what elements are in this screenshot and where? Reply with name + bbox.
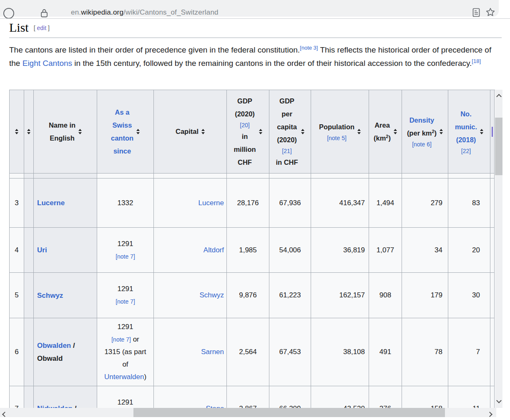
density-header-link[interactable]: Density	[410, 114, 435, 127]
clipped-row-cell	[490, 174, 495, 179]
since-line: 1315 (as part	[104, 346, 146, 358]
sort-icon	[78, 129, 82, 134]
header-density[interactable]: Density (per km2) [note 6]	[402, 90, 448, 174]
canton-since-cell: 1291[note 7] (as	[97, 386, 154, 408]
canton-name-cell: Uri	[34, 228, 97, 273]
munic-header-link[interactable]: No.munic.(2018)	[455, 108, 477, 146]
url-bar[interactable]: en.wikipedia.org/wiki/Cantons_of_Switzer…	[71, 8, 219, 17]
header-gdp-per-capita[interactable]: GDP per capita (2020) [21] in CHF	[269, 90, 311, 174]
canton-name-cell: Obwalden / Obwald	[34, 318, 97, 386]
edit-link[interactable]: edit	[37, 25, 46, 31]
header-swiss-canton-since[interactable]: As aSwisscantonsince	[97, 90, 154, 174]
wiki-link[interactable]: Altdorf	[203, 246, 224, 254]
next-column-sliver	[490, 318, 495, 386]
ref-20-link[interactable]: [20]	[240, 122, 249, 128]
tracking-shield-icon[interactable]	[3, 8, 14, 19]
table-vertical-scrollbar[interactable]	[495, 90, 502, 408]
gdp-per-capita-cell: 66,209	[269, 386, 311, 408]
cell-text: 1332	[118, 199, 133, 207]
vertical-scrollbar-thumb[interactable]	[495, 118, 502, 175]
row-number-cell: 6	[10, 318, 24, 386]
wiki-link[interactable]: Obwalden	[37, 342, 71, 350]
wiki-link[interactable]: Sarnen	[201, 348, 224, 356]
horizontal-scrollbar-thumb[interactable]	[133, 408, 445, 417]
since-line: [note 7]	[116, 295, 135, 308]
header-gdp[interactable]: GDP (2020) [20] in million CHF	[227, 90, 269, 174]
header-coat-of-arms[interactable]	[24, 90, 34, 174]
wiki-link[interactable]: Uri	[37, 246, 47, 254]
row-number-cell: 3	[10, 179, 24, 228]
ref-18-link[interactable]: [18]	[472, 58, 481, 64]
reference-link[interactable]: [note 7]	[116, 253, 135, 260]
browser-window: en.wikipedia.org/wiki/Cantons_of_Switzer…	[0, 0, 510, 420]
reference-link[interactable]: [note 7]	[116, 298, 135, 305]
header-area[interactable]: Area (km2)	[369, 90, 402, 174]
header-capital[interactable]: Capital	[154, 90, 227, 174]
canton-since-cell: 1332	[97, 179, 154, 228]
reader-mode-icon[interactable]	[472, 8, 480, 19]
population-cell: 36,819	[311, 228, 369, 273]
clipped-row-cell	[402, 174, 448, 179]
header-no-munic[interactable]: No.munic.(2018) [22]	[448, 90, 490, 174]
canton-name-cell: Schwyz	[34, 273, 97, 318]
scroll-right-arrow[interactable]	[488, 410, 492, 418]
gdp-cell: 28,176	[227, 179, 269, 228]
sort-icon	[301, 129, 304, 134]
note5-ref-link[interactable]: [note 5]	[327, 135, 347, 141]
url-path: /wiki/Cantons_of_Switzerland	[123, 8, 219, 16]
canton-name: Lucerne	[37, 196, 65, 209]
header-population[interactable]: Population [note 5]	[311, 90, 369, 174]
density-cell: 158	[402, 386, 448, 408]
bookmark-star-icon[interactable]	[485, 7, 495, 19]
url-domain: wikipedia.org	[81, 8, 123, 16]
note6-ref-link[interactable]: [note 6]	[412, 141, 432, 148]
wiki-link[interactable]: Schwyz	[199, 291, 224, 299]
clipped-link-fragment	[492, 127, 493, 137]
since-line: [note 7] or	[111, 333, 139, 346]
gdp-cell: 9,876	[227, 273, 269, 318]
eight-cantons-link[interactable]: Eight Cantons	[23, 59, 72, 68]
scroll-left-arrow[interactable]	[3, 410, 7, 418]
row-number-cell: 7	[10, 386, 24, 408]
canton-since-cell: 1291[note 7]	[97, 273, 154, 318]
header-row-number[interactable]	[10, 90, 24, 174]
density-cell: 34	[402, 228, 448, 273]
cell-text: )	[144, 373, 146, 381]
wiki-link[interactable]: Lucerne	[198, 199, 224, 207]
wiki-link[interactable]: Unterwalden	[104, 373, 144, 381]
canton-since-cell: 1291[note 7] or1315 (as partofUnterwalde…	[97, 318, 154, 386]
coat-of-arms-cell	[24, 228, 34, 273]
canton-name-cell: Nidwalden /	[34, 386, 97, 408]
intro-text: in the 15th century, followed by the rem…	[72, 59, 472, 68]
sort-icon	[480, 129, 483, 134]
gdp-per-capita-cell: 54,006	[269, 228, 311, 273]
capital-cell: Schwyz	[154, 273, 227, 318]
gdp-per-capita-cell: 61,223	[269, 273, 311, 318]
capital-cell: Altdorf	[154, 228, 227, 273]
scroll-up-arrow[interactable]	[497, 93, 501, 100]
wiki-link[interactable]: Lucerne	[37, 199, 65, 207]
next-column-sliver	[490, 228, 495, 273]
note3-ref-link[interactable]: [note 3]	[300, 45, 318, 51]
lock-icon[interactable]	[40, 8, 48, 20]
gdp-cell: 1,985	[227, 228, 269, 273]
cell-text: 1291	[118, 323, 133, 331]
horizontal-scrollbar[interactable]	[0, 408, 496, 417]
ref-21-link[interactable]: [21]	[282, 148, 291, 154]
canton-name: Nidwalden /	[37, 402, 76, 408]
reference-link[interactable]: [note 7]	[111, 336, 131, 343]
area-cell: 908	[369, 273, 402, 318]
capital-cell: Lucerne	[154, 179, 227, 228]
canton-name-cell: Lucerne	[34, 179, 97, 228]
since-header-link[interactable]: As aSwisscantonsince	[111, 106, 133, 158]
clipped-row-cell	[227, 174, 269, 179]
coat-of-arms-cell	[24, 318, 34, 386]
sort-icon	[201, 129, 205, 134]
cell-text: 1291	[118, 285, 133, 293]
wiki-link[interactable]: Schwyz	[37, 292, 63, 299]
ref-22-link[interactable]: [22]	[461, 148, 471, 154]
scroll-down-arrow[interactable]	[497, 397, 501, 404]
canton-name: Obwalden / Obwald	[37, 339, 94, 365]
coat-of-arms-cell	[24, 273, 34, 318]
header-name-in-english[interactable]: Name inEnglish	[34, 90, 97, 174]
